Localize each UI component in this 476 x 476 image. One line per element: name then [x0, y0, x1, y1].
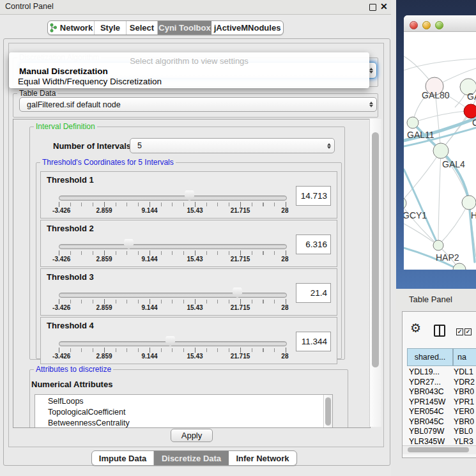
column-header-name[interactable]: na	[453, 348, 476, 366]
tab-impute-data[interactable]: Impute Data	[92, 451, 154, 465]
popup-option-equal-width[interactable]: Equal Width/Frequency Discretization	[18, 77, 162, 86]
tab-label: jActiveMNodules	[214, 23, 281, 33]
popup-option-manual-discretization[interactable]: Manual Discretization	[19, 66, 108, 76]
threshold-label: Threshold 4	[47, 321, 94, 330]
threshold-slider-track[interactable]	[59, 196, 287, 201]
column-layout-icon[interactable]	[434, 325, 445, 337]
node-hap2[interactable]	[433, 240, 443, 250]
thresholds-group-title: Threshold's Coordinates for 5 Intervals	[40, 158, 176, 167]
float-window-icon[interactable]	[369, 4, 376, 11]
list-item[interactable]: TopologicalCoefficient	[48, 408, 125, 417]
node-h-partial[interactable]	[462, 196, 476, 210]
tab-select[interactable]: Select	[127, 21, 158, 35]
table-row[interactable]: YPR145WYPR1	[403, 397, 476, 408]
node-label: C	[472, 118, 476, 128]
node-label: H	[471, 210, 476, 220]
tick-label: -3.426	[52, 304, 70, 311]
list-item[interactable]: BetweennessCentrality	[48, 418, 130, 427]
threshold-value-field[interactable]: 21.4	[296, 283, 331, 303]
threshold-label: Threshold 1	[47, 175, 94, 185]
table-row[interactable]: YDR27...YDR2	[403, 378, 476, 388]
tab-label: Discretize Data	[162, 454, 221, 463]
tab-infer-network[interactable]: Infer Network	[229, 451, 296, 465]
checkbox-icon[interactable]: ✓	[464, 328, 472, 335]
num-intervals-combobox[interactable]: 5	[130, 138, 335, 153]
tick-label: 9.144	[141, 353, 157, 360]
node-red-selected[interactable]	[464, 104, 476, 118]
tick-label: 28	[281, 304, 288, 311]
threshold-1-block: Threshold 1 -3.426 2.859 9.144 15.43 21.…	[40, 171, 337, 219]
minimize-traffic-light-icon[interactable]	[422, 21, 431, 29]
node-gal4[interactable]	[433, 143, 449, 158]
tab-network[interactable]: Network	[48, 21, 95, 35]
popup-hint-option: Select algorithm to view settings	[9, 56, 369, 66]
table-horizontal-scrollbar[interactable]	[403, 445, 476, 454]
node-gal11[interactable]	[407, 117, 418, 128]
network-view-window: GAL80 GA C GAL11 GAL4 GCY1 H HAP2	[404, 15, 476, 270]
network-window-titlebar[interactable]	[404, 15, 476, 32]
node-gcy1[interactable]	[404, 197, 406, 210]
threshold-slider-track[interactable]	[59, 293, 287, 298]
tab-jactivemnodules[interactable]: jActiveMNodules	[211, 21, 283, 35]
num-intervals-label: Number of Intervals	[53, 141, 131, 151]
settings-scrollbar[interactable]	[369, 119, 381, 427]
tab-discretize-data[interactable]: Discretize Data	[154, 451, 229, 465]
node-label: GCY1	[404, 210, 427, 220]
threshold-label: Threshold 3	[47, 272, 94, 282]
table-row[interactable]: YBR043CYBR0	[403, 387, 476, 397]
tab-style[interactable]: Style	[95, 21, 127, 35]
tick-label: 15.43	[187, 256, 203, 263]
checkbox-icon[interactable]: ✓	[456, 328, 463, 335]
table-row[interactable]: YBR045CYBR0	[403, 417, 476, 427]
tick-label: 9.144	[141, 304, 157, 311]
tab-cyni-toolbox[interactable]: Cyni Toolbox	[158, 21, 211, 35]
network-graph: GAL80 GA C GAL11 GAL4 GCY1 H HAP2	[404, 32, 476, 270]
threshold-value-field[interactable]: 6.316	[296, 234, 331, 254]
tab-label: Network	[60, 23, 93, 33]
attributes-list: SelfLoops TopologicalCoefficient Between…	[35, 394, 333, 428]
tab-label: Impute Data	[99, 454, 146, 463]
threshold-slider-track[interactable]	[59, 244, 287, 249]
threshold-value-field[interactable]: 11.344	[296, 332, 331, 351]
attributes-group-title: Attributes to discretize	[34, 365, 113, 374]
tick-label: 28	[281, 353, 288, 360]
node-bottom-partial[interactable]	[453, 263, 466, 270]
threshold-4-block: Threshold 4 -3.426 2.859 9.144 15.43 21.…	[40, 317, 337, 364]
tab-label: Style	[100, 23, 120, 33]
table-row[interactable]: YBL079WYBL0	[403, 427, 476, 437]
threshold-2-block: Threshold 2 -3.426 2.859 9.144 15.43 21.…	[40, 220, 337, 267]
table-data-combobox[interactable]: galFiltered.sif default node	[19, 97, 377, 112]
close-traffic-light-icon[interactable]	[410, 21, 418, 29]
bottom-tabbar: Impute Data Discretize Data Infer Networ…	[91, 450, 297, 466]
slider-ticks	[59, 348, 286, 352]
node-label: HAP2	[436, 252, 459, 263]
tick-label: 9.144	[141, 207, 157, 214]
zoom-traffic-light-icon[interactable]	[435, 21, 443, 29]
slider-ticks	[59, 300, 286, 303]
table-row[interactable]: YDL19...YDL1	[403, 367, 476, 378]
tick-label: 21.715	[231, 256, 250, 263]
column-header-shared[interactable]: shared...	[407, 348, 453, 366]
list-item[interactable]: SelfLoops	[48, 397, 84, 406]
tab-label: Select	[130, 23, 154, 33]
gear-icon[interactable]: ⚙	[410, 321, 421, 335]
node-label: GAL4	[442, 159, 465, 169]
node-label: GAL11	[407, 130, 434, 140]
tab-label: Cyni Toolbox	[158, 23, 210, 33]
tick-label: 15.43	[187, 353, 203, 360]
tick-label: 28	[281, 207, 288, 214]
threshold-value-field[interactable]: 14.713	[296, 186, 331, 206]
table-data-combobox-value: galFiltered.sif default node	[20, 100, 366, 109]
close-icon[interactable]: ✕	[380, 1, 388, 12]
slider-ticks	[59, 203, 286, 206]
control-panel-titlebar	[0, 0, 391, 15]
threshold-3-block: Threshold 3 -3.426 2.859 9.144 15.43 21.…	[40, 268, 337, 316]
network-canvas[interactable]: GAL80 GA C GAL11 GAL4 GCY1 H HAP2	[404, 32, 476, 270]
apply-button[interactable]: Apply	[171, 429, 213, 442]
combo-stepper-icon	[366, 102, 376, 107]
network-icon	[49, 23, 58, 33]
list-scrollbar[interactable]	[323, 395, 332, 428]
node-label: GAL80	[422, 90, 450, 100]
table-row[interactable]: YER054CYER0	[403, 407, 476, 417]
panel-title: Control Panel	[5, 2, 54, 11]
